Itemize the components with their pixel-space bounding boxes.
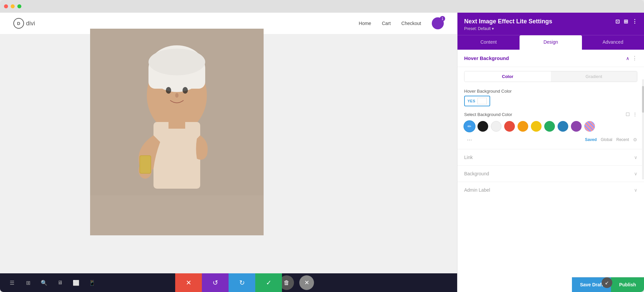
panel-content: Hover Background ∧ ⋮ Color Gradient Hove… <box>457 50 644 292</box>
desktop-icon[interactable]: 🖥 <box>55 277 65 288</box>
swatches-footer: ··· Saved Global Recent ⚙ <box>457 134 644 149</box>
yes-label: YES <box>467 99 475 103</box>
svg-point-7 <box>183 87 188 94</box>
select-bg-row: Select Background Color ☐ ⋮ <box>457 109 644 118</box>
tab-design[interactable]: Design <box>520 35 582 50</box>
color-tab[interactable]: Color <box>464 71 551 82</box>
link-collapse-arrow: ∨ <box>634 155 637 160</box>
panel-preset[interactable]: Preset: Default ▾ <box>464 26 637 31</box>
svg-rect-13 <box>140 156 150 173</box>
hover-bg-color-field: Hover Background Color YES <box>457 86 644 109</box>
background-section[interactable]: Background ∨ <box>457 165 644 182</box>
svg-point-8 <box>175 93 179 98</box>
scrollbar-track <box>642 79 644 179</box>
global-tab[interactable]: Global <box>601 137 612 142</box>
svg-point-6 <box>166 87 171 94</box>
link-section-label: Link <box>464 155 473 160</box>
tab-content[interactable]: Content <box>457 35 520 50</box>
background-section-label: Background <box>464 171 489 176</box>
tab-advanced[interactable]: Advanced <box>582 35 644 50</box>
hero-image-svg <box>90 29 264 235</box>
panel-title-text: Next Image Effect Lite Settings <box>464 18 552 25</box>
more-swatches-button[interactable]: ··· <box>464 134 475 145</box>
svg-rect-10 <box>169 115 185 129</box>
panel-title-actions: ⊡ ⊞ ⋮ <box>615 18 637 25</box>
select-bg-icons: ☐ ⋮ <box>626 112 637 117</box>
confirm-action-btn[interactable]: ✓ <box>255 273 282 292</box>
saved-tab[interactable]: Saved <box>585 137 597 142</box>
admin-label-section[interactable]: Admin Label ∨ <box>457 182 644 198</box>
hover-background-section-header: Hover Background ∧ ⋮ <box>457 50 644 67</box>
select-bg-device-icon[interactable]: ☐ <box>626 112 630 117</box>
back-arrow-button[interactable]: ↙ <box>602 277 612 288</box>
panel-title-row: Next Image Effect Lite Settings ⊡ ⊞ ⋮ <box>464 18 637 25</box>
tablet-icon[interactable]: ⬜ <box>71 277 81 288</box>
select-bg-label: Select Background Color <box>464 112 512 117</box>
hamburger-icon[interactable]: ☰ <box>7 277 17 288</box>
nav-links: Home Cart Checkout <box>359 21 421 26</box>
cancel-action-btn[interactable]: ✕ <box>175 273 202 292</box>
settings-panel: Next Image Effect Lite Settings ⊡ ⊞ ⋮ Pr… <box>457 13 644 292</box>
swatch-orange[interactable] <box>518 121 528 132</box>
close-button[interactable] <box>4 4 8 8</box>
section-more-icon[interactable]: ⋮ <box>632 55 637 61</box>
avatar-badge: 1 <box>440 16 445 21</box>
panel-tabs: Content Design Advanced <box>457 35 644 50</box>
yes-color-box[interactable] <box>477 98 487 104</box>
mobile-icon[interactable]: 📱 <box>87 277 97 288</box>
reset-action-btn[interactable]: ↺ <box>202 273 229 292</box>
nav-home[interactable]: Home <box>359 21 371 26</box>
redo-action-btn[interactable]: ↻ <box>229 273 255 292</box>
window: D divi Home Cart Checkout 1 <box>0 0 644 292</box>
panel-header: Next Image Effect Lite Settings ⊡ ⊞ ⋮ Pr… <box>457 13 644 35</box>
select-bg-more-icon[interactable]: ⋮ <box>633 112 637 117</box>
titlebar <box>0 0 644 13</box>
hover-bg-color-label: Hover Background Color <box>464 89 637 94</box>
gradient-tab[interactable]: Gradient <box>551 71 637 82</box>
yes-toggle[interactable]: YES <box>464 96 490 106</box>
swatch-black[interactable] <box>477 121 488 132</box>
scrollbar-thumb[interactable] <box>642 86 644 113</box>
hover-background-title: Hover Background <box>464 55 509 61</box>
swatch-active-blue[interactable]: ✏ <box>464 121 475 132</box>
svg-point-5 <box>148 49 205 75</box>
avatar-area: 1 <box>432 17 444 29</box>
recent-tab[interactable]: Recent <box>616 137 629 142</box>
link-section[interactable]: Link ∨ <box>457 149 644 165</box>
color-settings-gear[interactable]: ⚙ <box>633 137 637 142</box>
hero-image-container <box>90 29 264 235</box>
admin-label-section-label: Admin Label <box>464 187 490 193</box>
close-circle-button[interactable]: ✕ <box>299 275 314 290</box>
panel-more-icon[interactable]: ⋮ <box>632 18 637 25</box>
section-collapse-icon[interactable]: ∧ <box>626 56 629 61</box>
nav-checkout[interactable]: Checkout <box>401 21 421 26</box>
swatch-red[interactable] <box>504 121 515 132</box>
main-area: D divi Home Cart Checkout 1 <box>0 13 644 292</box>
section-header-actions: ∧ ⋮ <box>626 55 637 61</box>
bottom-action-bar: ✕ ↺ ↻ ✓ <box>175 273 282 292</box>
swatch-striped[interactable] <box>584 121 595 132</box>
swatch-purple[interactable] <box>571 121 582 132</box>
logo-text: divi <box>26 20 35 27</box>
panel-resize-icon[interactable]: ⊡ <box>615 18 620 25</box>
color-tabs: Saved Global Recent ⚙ <box>585 137 637 142</box>
svg-rect-9 <box>153 122 200 189</box>
publish-button[interactable]: Publish <box>611 277 644 292</box>
swatch-blue[interactable] <box>558 121 568 132</box>
canvas-area: D divi Home Cart Checkout 1 <box>0 13 457 292</box>
search-icon[interactable]: 🔍 <box>39 277 49 288</box>
maximize-button[interactable] <box>17 4 21 8</box>
color-gradient-tabs: Color Gradient <box>464 71 637 82</box>
swatch-white[interactable] <box>491 121 502 132</box>
nav-cart[interactable]: Cart <box>382 21 390 26</box>
svg-rect-14 <box>90 195 264 235</box>
swatch-green[interactable] <box>544 121 555 132</box>
color-swatches-row: ✏ <box>457 118 644 134</box>
minimize-button[interactable] <box>11 4 15 8</box>
logo-area: D divi <box>13 18 35 29</box>
panel-grid-icon[interactable]: ⊞ <box>624 18 628 25</box>
logo-icon: D <box>13 18 24 29</box>
grid-icon[interactable]: ⊞ <box>23 277 33 288</box>
swatch-yellow[interactable] <box>531 121 542 132</box>
admin-label-collapse-arrow: ∨ <box>634 187 637 193</box>
